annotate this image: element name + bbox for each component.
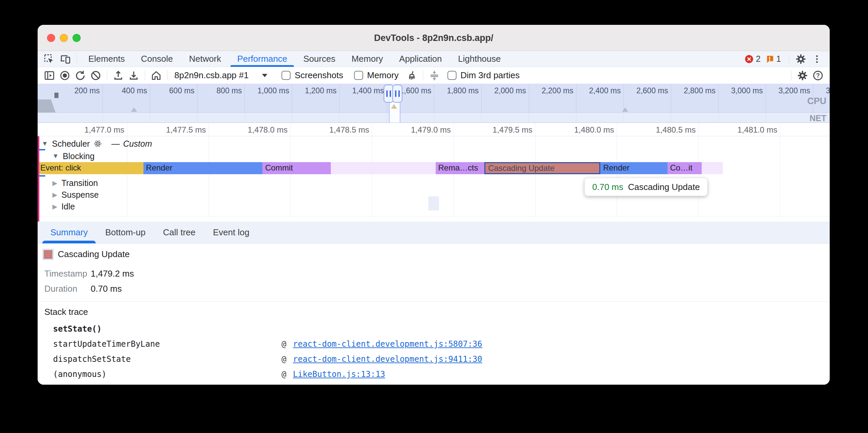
window-title: DevTools - 8p2n9n.csb.app/ — [38, 25, 830, 51]
track-event-rema-cts[interactable]: Rema…cts — [436, 162, 485, 174]
settings-gear-icon[interactable] — [793, 54, 809, 65]
help-icon[interactable]: ? — [810, 68, 826, 83]
upload-profile-icon[interactable] — [111, 68, 126, 83]
checkbox-box[interactable] — [354, 71, 363, 80]
track-event-cascading-update[interactable]: Cascading Update — [485, 162, 600, 174]
overview-tick-label: 3,000 ms — [708, 86, 763, 95]
cpu-lane-label: CPU — [807, 96, 826, 106]
selection-right-handle[interactable] — [392, 85, 402, 103]
overview-tick-label: 2,800 ms — [661, 86, 715, 95]
group-label: Idle — [61, 202, 75, 211]
ruler-gridline — [290, 123, 290, 136]
bar-label: Event: click — [38, 162, 144, 173]
triangle-right-icon[interactable]: ▶ — [53, 203, 57, 210]
dim-3rd-parties-checkbox[interactable]: Dim 3rd parties — [447, 70, 520, 80]
track-event-render[interactable]: Render — [144, 162, 263, 174]
triangle-right-icon[interactable]: ▶ — [53, 179, 57, 187]
download-profile-icon[interactable] — [126, 68, 142, 83]
stack-function-name: setState() — [53, 324, 102, 334]
tab-elements[interactable]: Elements — [80, 51, 133, 67]
detail-ruler: 1,477.0 ms1,477.5 ms1,478.0 ms1,478.5 ms… — [38, 123, 830, 136]
divider — [791, 70, 792, 80]
issue-count[interactable]: 1 — [776, 54, 781, 64]
ruler-tick-label: 1,479.5 ms — [465, 125, 532, 135]
device-toolbar-icon[interactable] — [57, 51, 73, 67]
desktop-background: DevTools - 8p2n9n.csb.app/ Elements — [0, 0, 868, 433]
history-dropdown[interactable]: 8p2n9n.csb.app #1 — [174, 70, 273, 80]
tab-bottom-up[interactable]: Bottom-up — [96, 222, 154, 243]
tab-event-log[interactable]: Event log — [204, 222, 258, 243]
track-gridline — [372, 136, 372, 217]
timestamp-label: Timestamp — [44, 269, 91, 279]
memory-checkbox[interactable]: Memory — [354, 70, 399, 80]
source-location-link[interactable]: LikeButton.js:13:13 — [293, 370, 385, 379]
track-header-scheduler[interactable]: ▼ Scheduler — Custom — [42, 138, 152, 150]
tab-summary[interactable]: Summary — [42, 222, 96, 243]
tab-summary-label: Summary — [51, 227, 88, 238]
track-gridline — [617, 136, 617, 217]
track-event-commit[interactable]: Commit — [262, 162, 331, 174]
home-icon[interactable] — [149, 68, 164, 83]
timeline-marker-icon — [622, 107, 628, 112]
track-group-transition[interactable]: ▶ Transition — [53, 178, 98, 188]
tab-call-tree[interactable]: Call tree — [154, 222, 204, 243]
record-icon[interactable] — [57, 68, 72, 83]
track-group-idle[interactable]: ▶ Idle — [53, 201, 75, 211]
track-kind-label: Custom — [123, 139, 152, 149]
triangle-down-icon[interactable]: ▼ — [42, 140, 48, 147]
highlight-artifact — [428, 196, 439, 210]
active-tab-underline — [42, 241, 96, 243]
checkbox-box[interactable] — [281, 71, 290, 80]
track-gridline — [209, 136, 209, 217]
kebab-menu-icon[interactable] — [809, 54, 825, 64]
track-group-suspense[interactable]: ▶ Suspense — [53, 190, 99, 200]
inspect-element-icon[interactable] — [41, 51, 57, 67]
tab-network[interactable]: Network — [181, 51, 229, 67]
group-label: Blocking — [63, 152, 95, 161]
garbage-collect-icon[interactable] — [404, 68, 420, 83]
track-event-co-it[interactable]: Co…it — [668, 162, 702, 174]
error-badge-icon[interactable] — [745, 55, 753, 63]
chevron-down-icon — [262, 74, 268, 77]
duration-label: Duration — [44, 284, 91, 294]
tab-sources[interactable]: Sources — [295, 51, 343, 67]
overview-tick-label: 3,200 ms — [756, 86, 810, 95]
memory-label: Memory — [367, 70, 399, 80]
track-group-blocking[interactable]: ▼ Blocking — [53, 151, 94, 161]
issues-badge-icon[interactable] — [765, 55, 774, 63]
error-count[interactable]: 2 — [756, 54, 761, 64]
stack-trace-list: setState()startUpdateTimerByLane@react-d… — [38, 324, 830, 385]
toggle-sidebar-icon[interactable] — [42, 68, 57, 83]
triangle-right-icon[interactable]: ▶ — [53, 191, 57, 199]
timeline-overview[interactable]: 200 ms400 ms600 ms800 ms1,000 ms1,200 ms… — [38, 84, 830, 123]
bar-label: Rema…cts — [436, 162, 485, 173]
source-location-link[interactable]: react-dom-client.development.js:9411:30 — [293, 355, 483, 364]
track-area[interactable]: ▼ Scheduler — Custom ▼ Blocking — [38, 136, 830, 222]
checkbox-box[interactable] — [447, 71, 457, 80]
stack-frame: setState() — [38, 324, 830, 339]
tab-performance[interactable]: Performance — [229, 51, 295, 67]
tab-lighthouse[interactable]: Lighthouse — [450, 51, 509, 67]
cpu-activity-silhouette — [38, 98, 58, 112]
group-label: Suspense — [61, 190, 99, 200]
track-event-render[interactable]: Render — [600, 162, 667, 174]
tab-application[interactable]: Application — [391, 51, 450, 67]
collapse-sanity-icon[interactable] — [427, 68, 442, 83]
track-event-segment[interactable] — [702, 162, 723, 174]
capture-settings-gear-icon[interactable] — [795, 68, 810, 83]
bar-label: Commit — [262, 162, 331, 173]
tab-memory[interactable]: Memory — [343, 51, 391, 67]
clear-icon[interactable] — [88, 68, 103, 83]
divider — [145, 70, 145, 80]
track-event-segment[interactable] — [331, 162, 436, 174]
tab-console[interactable]: Console — [133, 51, 181, 67]
reload-record-icon[interactable] — [72, 68, 88, 83]
performance-toolbar: 8p2n9n.csb.app #1 Screenshots Memory — [38, 67, 830, 84]
tab-performance-label: Performance — [237, 54, 287, 64]
overview-tick-label: 1,000 ms — [235, 86, 289, 95]
screenshots-checkbox[interactable]: Screenshots — [281, 70, 343, 80]
triangle-down-icon[interactable]: ▼ — [53, 153, 59, 160]
stack-frame: dispatchSetState@react-dom-client.develo… — [38, 355, 830, 370]
source-location-link[interactable]: react-dom-client.development.js:5807:36 — [293, 339, 483, 349]
track-event-event-click[interactable]: Event: click — [38, 162, 144, 174]
